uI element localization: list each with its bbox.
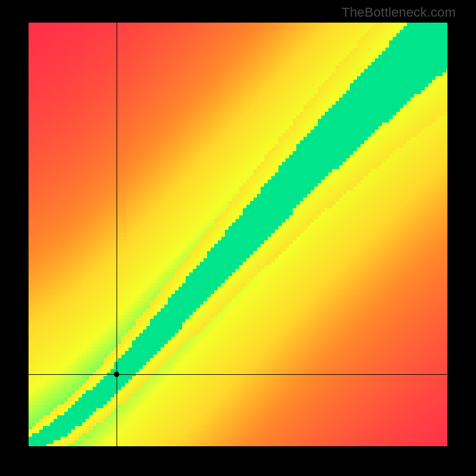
heatmap-canvas [29,23,447,446]
heatmap-plot [29,23,447,446]
watermark-text: TheBottleneck.com [342,5,456,20]
chart-frame: TheBottleneck.com [0,0,476,476]
